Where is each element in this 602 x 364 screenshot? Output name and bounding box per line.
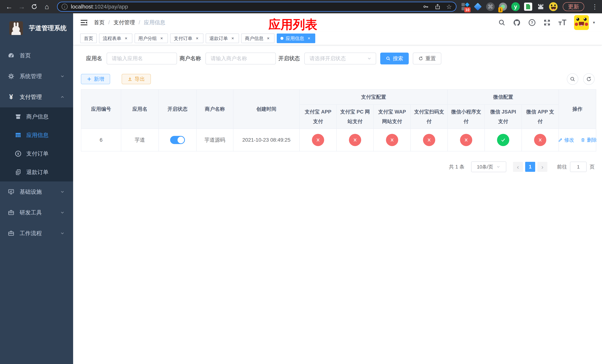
wechat-jsapi-status-badge xyxy=(497,134,509,146)
tab-pay-order[interactable]: 支付订单× xyxy=(170,33,204,43)
tab-home[interactable]: 首页 xyxy=(80,33,97,43)
help-icon[interactable]: ? xyxy=(528,19,536,26)
toolbox-icon xyxy=(7,209,15,216)
col-app-id: 应用编号 xyxy=(81,89,121,129)
alipay-wap-status-badge xyxy=(386,134,398,146)
reload-icon[interactable] xyxy=(29,2,39,12)
add-button[interactable]: 新增 xyxy=(81,74,110,84)
sidebar-item-dev-tools[interactable]: 研发工具 xyxy=(0,202,73,223)
wechat-app-status-badge xyxy=(534,134,546,146)
page-number-1[interactable]: 1 xyxy=(525,162,535,172)
col-wechat-app: 微信 APP 支付 xyxy=(522,105,559,129)
sidebar-item-home[interactable]: 首页 xyxy=(0,45,73,66)
site-info-icon[interactable]: i xyxy=(62,4,68,10)
status-select[interactable]: 请选择开启状态 xyxy=(304,53,376,64)
close-icon[interactable]: × xyxy=(266,36,271,41)
tab-user-group[interactable]: 用户分组× xyxy=(135,33,168,43)
sidebar-item-system[interactable]: 系统管理 xyxy=(0,66,73,87)
pagination: 共 1 条 10条/页 ‹ 1 › 前往 页 xyxy=(81,161,595,172)
avatar-caret-icon[interactable]: ▾ xyxy=(593,20,595,25)
devtools-extension-icon[interactable]: 10 xyxy=(461,2,469,11)
group-alipay-config: 支付宝配置 xyxy=(300,89,448,105)
tab-app-info[interactable]: 应用信息× xyxy=(277,33,315,43)
chevron-up-icon xyxy=(60,95,65,99)
monitor-icon xyxy=(7,189,15,195)
edit-link[interactable]: 修改 xyxy=(558,137,574,143)
next-page-button[interactable]: › xyxy=(538,162,547,172)
gem-extension-icon[interactable] xyxy=(473,2,482,11)
search-icon xyxy=(386,56,391,61)
sidebar-item-infrastructure[interactable]: 基础设施 xyxy=(0,182,73,202)
merchant-name-input[interactable] xyxy=(205,53,276,64)
chevron-down-icon xyxy=(60,74,65,79)
export-button[interactable]: 导出 xyxy=(122,74,151,84)
pencil-icon xyxy=(558,138,563,142)
sidebar: 芋道管理系统 首页 系统管理 ¥ 支付管理 xyxy=(0,13,73,364)
y-extension-icon[interactable]: y xyxy=(511,2,520,11)
extensions-puzzle-icon[interactable] xyxy=(537,2,545,11)
page-size-select[interactable]: 10条/页 xyxy=(471,161,506,172)
fullscreen-icon[interactable] xyxy=(543,19,551,26)
app-logo: 芋道管理系统 xyxy=(0,13,73,43)
app-name-label: 应用名 xyxy=(86,55,102,62)
refresh-table-button[interactable] xyxy=(583,73,595,85)
close-icon[interactable]: × xyxy=(194,36,200,41)
alipay-qr-status-badge xyxy=(423,134,435,146)
search-icon[interactable] xyxy=(498,19,505,26)
breadcrumb-home[interactable]: 首页 xyxy=(94,19,113,26)
tab-merchant-info[interactable]: 商户信息× xyxy=(241,33,275,43)
col-alipay-app: 支付宝 APP 支付 xyxy=(300,105,336,129)
reset-button[interactable]: 重置 xyxy=(413,53,441,64)
app-table: 应用编号 应用名 开启状态 商户名称 创建时间 支付宝配置 微信配置 操作 支付… xyxy=(81,89,596,151)
notes-extension-icon[interactable] xyxy=(524,2,532,11)
col-wechat-lite: 微信小程序支付 xyxy=(448,105,485,129)
user-avatar[interactable] xyxy=(574,15,589,30)
font-size-icon[interactable] xyxy=(558,19,567,26)
url-bar[interactable]: i localhost:1024/pay/app ☆ xyxy=(57,2,456,12)
profile-avatar-icon[interactable] xyxy=(549,2,558,11)
delete-link[interactable]: 删除 xyxy=(580,137,597,143)
back-icon[interactable]: ← xyxy=(4,2,14,12)
svg-text:¥: ¥ xyxy=(17,152,19,156)
goto-page-input[interactable] xyxy=(570,162,587,172)
sidebar-item-payment[interactable]: ¥ 支付管理 xyxy=(0,87,73,107)
sidebar-item-workflow[interactable]: 工作流程 xyxy=(0,223,73,244)
status-toggle[interactable] xyxy=(170,136,185,144)
bookmark-star-icon[interactable]: ☆ xyxy=(446,3,452,10)
command-extension-icon[interactable]: ⌘ xyxy=(486,2,495,11)
plus-icon xyxy=(87,77,92,81)
proxy-extension-icon[interactable]: 1 xyxy=(499,2,507,11)
close-icon[interactable]: × xyxy=(123,36,129,41)
close-icon[interactable]: × xyxy=(306,36,312,41)
show-search-toggle-button[interactable] xyxy=(567,73,578,85)
collapse-sidebar-icon[interactable] xyxy=(80,19,88,26)
url-text: localhost:1024/pay/app xyxy=(71,3,128,10)
sidebar-item-app-info[interactable]: 应用信息 xyxy=(0,126,73,144)
breadcrumb-app-info: 应用信息 xyxy=(144,19,165,26)
tab-refund-order[interactable]: 退款订单× xyxy=(206,33,239,43)
gear-icon xyxy=(7,73,15,80)
breadcrumb-payment[interactable]: 支付管理 xyxy=(113,19,144,26)
github-icon[interactable] xyxy=(513,19,521,26)
sidebar-item-merchant-info[interactable]: 商户信息 xyxy=(0,107,73,126)
search-button[interactable]: 搜索 xyxy=(380,53,409,64)
forward-icon[interactable]: → xyxy=(17,2,27,12)
home-icon[interactable]: ⌂ xyxy=(42,2,52,12)
close-icon[interactable]: × xyxy=(159,36,164,41)
share-icon[interactable] xyxy=(434,3,441,10)
dashboard-icon xyxy=(7,52,15,59)
col-wechat-jsapi: 微信 JSAPI 支付 xyxy=(485,105,522,129)
chrome-update-button[interactable]: 更新 xyxy=(563,2,584,11)
prev-page-button[interactable]: ‹ xyxy=(513,162,523,172)
browser-menu-icon[interactable]: ⋮ xyxy=(592,3,598,10)
store-icon xyxy=(14,113,22,120)
search-icon xyxy=(570,76,575,82)
tab-process-form[interactable]: 流程表单× xyxy=(99,33,132,43)
sidebar-item-pay-order[interactable]: ¥ 支付订单 xyxy=(0,144,73,163)
sidebar-item-refund-order[interactable]: 退款订单 xyxy=(0,163,73,182)
chevron-down-icon xyxy=(60,210,65,215)
app-name-input[interactable] xyxy=(107,53,177,64)
cell-merchant: 芋道源码 xyxy=(196,129,233,151)
close-icon[interactable]: × xyxy=(230,36,235,41)
password-key-icon[interactable] xyxy=(423,3,429,10)
